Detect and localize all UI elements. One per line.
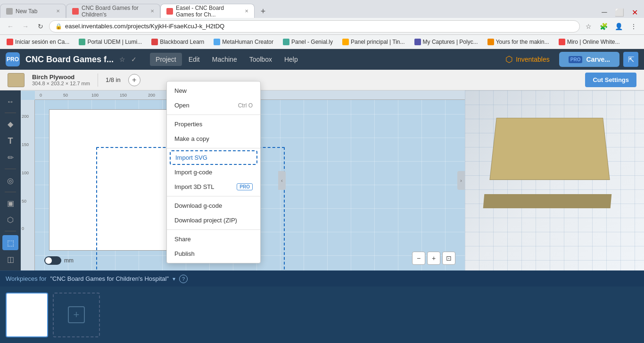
- 3d-view: [465, 90, 644, 270]
- tab-3-title: Easel - CNC Board Games for Ch...: [176, 5, 242, 18]
- bookmark-8-label: Yours for the makin...: [496, 39, 549, 45]
- tool-3d[interactable]: ▣: [2, 196, 18, 211]
- bookmark-4-favicon: [214, 39, 220, 45]
- menu-item-download-gcode[interactable]: Download g-code: [167, 198, 260, 213]
- address-bar[interactable]: 🔒 easel.inventables.com/projects/KyjkH-i…: [49, 20, 580, 33]
- menu-item-open[interactable]: Open Ctrl O: [167, 98, 260, 113]
- carve-button[interactable]: PRO Carve...: [559, 52, 619, 67]
- bookmark-4[interactable]: MetaHuman Creator: [211, 38, 276, 46]
- menu-item-share[interactable]: Share: [167, 232, 260, 246]
- nav-project[interactable]: Project: [150, 53, 182, 66]
- nav-toolbox[interactable]: Toolbox: [244, 53, 278, 66]
- bookmark-6[interactable]: Panel principal | Tin...: [339, 38, 408, 46]
- ruler-mark-v-150: 150: [22, 142, 29, 147]
- bookmark-7-favicon: [414, 39, 421, 45]
- header-right: ⬡ Inventables PRO Carve... ⇱: [500, 51, 638, 67]
- tool-select[interactable]: ⬡: [2, 212, 18, 227]
- workpiece-thumbnail-1[interactable]: [6, 293, 48, 337]
- menu-share-label: Share: [174, 236, 191, 243]
- maximize-button[interactable]: ⬜: [614, 7, 625, 18]
- forward-button[interactable]: →: [19, 20, 32, 33]
- zoom-fit-button[interactable]: ⊡: [442, 252, 455, 265]
- ruler-mark-0: 0: [40, 93, 42, 98]
- menu-separator-2: [167, 148, 260, 148]
- collapse-right-button[interactable]: ›: [457, 171, 465, 190]
- tab-1-close[interactable]: ✕: [56, 8, 60, 14]
- bookmark-3[interactable]: Blackboard Learn: [149, 38, 207, 46]
- inventables-button[interactable]: ⬡ Inventables: [500, 51, 555, 67]
- menu-item-download-zip[interactable]: Download project (ZIP): [167, 213, 260, 228]
- toolbar-separator-1: [5, 113, 16, 113]
- back-button[interactable]: ←: [4, 20, 17, 33]
- divider-1: [98, 74, 98, 87]
- bookmark-star[interactable]: ☆: [582, 20, 595, 33]
- nav-machine[interactable]: Machine: [206, 53, 243, 66]
- tool-circle[interactable]: ◎: [2, 173, 18, 188]
- tab-1[interactable]: New Tab ✕: [0, 4, 66, 18]
- bookmark-7[interactable]: My Captures | Polyc...: [412, 38, 481, 46]
- tool-shapes[interactable]: ◆: [2, 117, 18, 131]
- refresh-button[interactable]: ↻: [34, 20, 47, 33]
- tab-3[interactable]: Easel - CNC Board Games for Ch... ✕: [160, 4, 255, 18]
- add-bit-button[interactable]: +: [128, 74, 140, 86]
- bookmark-2-favicon: [79, 39, 85, 45]
- menu-button[interactable]: ⋮: [627, 20, 640, 33]
- favorite-star-icon[interactable]: ☆: [119, 56, 125, 63]
- tab-3-close[interactable]: ✕: [245, 8, 248, 14]
- minimize-button[interactable]: ─: [599, 7, 610, 18]
- menu-item-import-gcode[interactable]: Import g-code: [167, 165, 260, 180]
- menu-item-new[interactable]: New: [167, 83, 260, 98]
- menu-item-import-3d-stl[interactable]: Import 3D STL PRO: [167, 180, 260, 194]
- menu-open-shortcut: Ctrl O: [238, 102, 253, 109]
- zoom-in-button[interactable]: +: [427, 252, 440, 265]
- extensions-button[interactable]: 🧩: [597, 20, 610, 33]
- menu-item-publish[interactable]: Publish: [167, 246, 260, 261]
- address-text: easel.inventables.com/projects/KyjkH-iFs…: [65, 23, 224, 30]
- collapse-left-button[interactable]: ‹: [278, 171, 286, 190]
- menu-separator-4: [167, 229, 260, 230]
- tool-layers[interactable]: ◫: [2, 252, 18, 267]
- close-button[interactable]: ✕: [629, 7, 640, 18]
- menu-item-make-copy[interactable]: Make a copy: [167, 131, 260, 146]
- menu-item-properties[interactable]: Properties: [167, 117, 260, 131]
- ruler-mark-200: 200: [148, 93, 155, 98]
- main-area: ↔ ◆ T ✏ ◎ ▣ ⬡ ⬚ ◫ 0 50 100 150 200 250: [0, 90, 644, 270]
- tab-1-title: New Tab: [16, 8, 37, 15]
- bookmark-1[interactable]: Iniciar sesión en Ca...: [4, 38, 72, 46]
- tool-text[interactable]: T: [2, 134, 18, 148]
- tab-2[interactable]: CNC Board Games for Children's ✕: [66, 4, 160, 18]
- zoom-out-button[interactable]: −: [412, 252, 425, 265]
- unit-toggle[interactable]: mm: [44, 256, 74, 265]
- bookmark-4-label: MetaHuman Creator: [222, 39, 273, 45]
- bookmark-5[interactable]: Panel - Genial.ly: [280, 38, 336, 46]
- expand-button[interactable]: ⇱: [623, 52, 638, 67]
- tab-2-close[interactable]: ✕: [150, 8, 154, 14]
- bookmark-9[interactable]: Miro | Online White...: [556, 38, 623, 46]
- workpieces-label: Workpieces for: [6, 275, 46, 282]
- bookmark-2[interactable]: Portal UDEM | Lumi...: [76, 38, 145, 46]
- toolbar-separator-3: [5, 192, 16, 192]
- menu-download-zip-label: Download project (ZIP): [174, 217, 237, 224]
- help-icon[interactable]: ?: [179, 275, 188, 283]
- add-workpiece-button[interactable]: +: [53, 293, 100, 337]
- unit-label: mm: [64, 257, 74, 264]
- nav-edit[interactable]: Edit: [183, 53, 206, 66]
- nav-help[interactable]: Help: [279, 53, 304, 66]
- bookmark-8[interactable]: Yours for the makin...: [485, 38, 552, 46]
- menu-publish-label: Publish: [174, 250, 195, 257]
- bookmark-7-label: My Captures | Polyc...: [423, 39, 478, 45]
- tool-active[interactable]: ⬚: [2, 235, 18, 250]
- menu-item-import-svg[interactable]: Import SVG: [170, 150, 257, 165]
- new-tab-button[interactable]: +: [256, 5, 270, 18]
- menu-new-label: New: [174, 87, 187, 94]
- profile-button[interactable]: 👤: [612, 20, 625, 33]
- chevron-down-icon[interactable]: ▾: [173, 276, 175, 282]
- material-bar: Birch Plywood 304.8 × 203.2 × 12.7 mm 1/…: [0, 70, 644, 90]
- material-name: Birch Plywood: [32, 74, 90, 81]
- cut-settings-button[interactable]: Cut Settings: [585, 73, 636, 87]
- tool-pen[interactable]: ✏: [2, 150, 18, 165]
- toggle-switch[interactable]: [44, 256, 61, 265]
- 3d-board: [484, 114, 616, 199]
- tool-navigate[interactable]: ↔: [2, 94, 18, 109]
- right-panel: [465, 90, 644, 270]
